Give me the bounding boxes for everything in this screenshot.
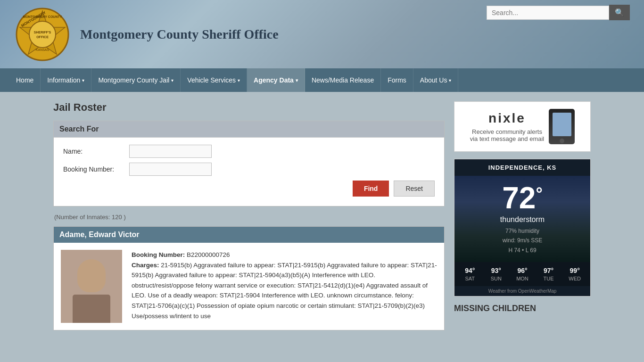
charges-line: Charges: 21-5915(b) Aggravated failure t… [132,260,437,321]
forecast-temp: 99° [561,267,588,274]
svg-text:OFFICE: OFFICE [36,35,49,39]
nav-arrow-about: ▾ [449,78,451,83]
forecast-temp: 93° [483,267,510,274]
phone-screen [553,113,571,136]
nav-arrow-vehicle: ▾ [238,78,240,83]
weather-humidity: 77% humidity [462,226,583,236]
forecast-day-sun: 93°SUN [483,267,510,281]
inmate-details: Booking Number: B22000000726 Charges: 21… [132,250,437,323]
weather-wind: wind: 9m/s SSE [462,236,583,245]
nav-arrow-information: ▾ [82,78,84,83]
charges-label: Charges: [132,262,159,269]
svg-text:KANSAS: KANSAS [36,48,50,51]
svg-text:MONTGOMERY COUNTY: MONTGOMERY COUNTY [23,15,62,18]
face-head [77,259,106,292]
name-row: Name: [63,145,435,158]
search-input[interactable] [487,6,609,20]
weather-high-low: H 74 • L 69 [462,246,583,255]
search-section-header: Search For [54,121,444,137]
header: MONTGOMERY MONTGOMERY COUNTY SHERIFF'S O… [0,0,644,68]
nixle-logo: nixle [470,111,545,126]
forecast-temp: 97° [536,267,562,274]
main-content: Jail Roster Search For Name: Booking Num… [44,92,600,340]
page-title: Jail Roster [53,101,445,114]
weather-details: 77% humidity wind: 9m/s SSE H 74 • L 69 [462,226,583,255]
nixle-content: nixle Receive community alertsvia text m… [462,109,583,144]
booking-number-line: Booking Number: B22000000726 [132,250,437,260]
svg-text:SHERIFF'S: SHERIFF'S [34,31,51,34]
nav-item-news[interactable]: News/Media Release [305,68,381,92]
nav-item-agency[interactable]: Agency Data ▾ [247,68,305,92]
nav-item-about[interactable]: About Us ▾ [413,68,459,92]
nixle-text-block: nixle Receive community alertsvia text m… [470,111,545,142]
nav-item-forms[interactable]: Forms [381,68,413,92]
missing-children-section: MISSING CHILDREN [454,304,591,313]
nav-arrow-jail: ▾ [171,78,173,83]
missing-children-title: MISSING CHILDREN [454,304,591,313]
forecast-label: WED [561,276,588,281]
booking-row: Booking Number: [63,163,435,176]
nixle-phone-image [549,109,575,144]
forecast-label: SAT [457,276,483,281]
inmates-count: (Number of Inmates: 120 ) [53,214,445,221]
forecast-temp: 94° [457,267,483,274]
weather-main: 72° thunderstorm 77% humidity wind: 9m/s… [454,176,590,262]
forecast-label: TUE [536,276,562,281]
phone-button [560,139,564,143]
search-section: Search For Name: Booking Number: Find Re… [53,121,445,206]
inmate-entry: Adame, Edward Victor Booking Number: B22… [53,226,445,330]
nixle-description: Receive community alertsvia text message… [470,128,545,142]
forecast-day-sat: 94°SAT [457,267,483,281]
nav-item-information[interactable]: Information ▾ [41,68,91,92]
forecast-label: SUN [483,276,510,281]
sheriff-logo: MONTGOMERY MONTGOMERY COUNTY SHERIFF'S O… [14,6,71,63]
search-section-body: Name: Booking Number: Find Reset [54,137,444,206]
weather-condition: thunderstorm [462,215,583,224]
booking-number-value: B22000000726 [187,251,230,258]
name-input[interactable] [129,145,212,158]
nixle-logo-text: nixle [488,111,526,126]
find-button[interactable]: Find [353,181,389,197]
weather-temperature: 72° [462,183,583,213]
name-label: Name: [63,148,129,155]
inmate-name-header: Adame, Edward Victor [54,227,444,243]
forecast-temp: 96° [509,267,536,274]
sidebar: nixle Receive community alertsvia text m… [454,101,591,330]
nixle-widget: nixle Receive community alertsvia text m… [454,101,591,152]
nav-item-vehicle[interactable]: Vehicle Services ▾ [181,68,247,92]
forecast-day-tue: 97°TUE [536,267,562,281]
content-area: Jail Roster Search For Name: Booking Num… [53,101,445,330]
forecast-label: MON [509,276,536,281]
forecast-day-mon: 96°MON [509,267,536,281]
weather-temp-symbol: ° [536,185,542,202]
charges-value: 21-5915(b) Aggravated failure to appear:… [132,262,437,320]
nav-item-home[interactable]: Home [9,68,41,92]
booking-label: Booking Number: [63,165,129,173]
weather-forecast: 94°SAT93°SUN96°MON97°TUE99°WED [454,262,590,286]
weather-widget: INDEPENDENCE, KS 72° thunderstorm 77% hu… [454,159,591,296]
booking-input[interactable] [129,163,212,176]
inmate-photo [61,250,122,323]
weather-temp-value: 72 [502,181,536,215]
weather-attribution: Weather from OpenWeatherMap [454,286,590,296]
inmate-body: Booking Number: B22000000726 Charges: 21… [54,243,444,330]
reset-button[interactable]: Reset [394,181,435,197]
weather-location: INDEPENDENCE, KS [454,159,590,176]
form-buttons: Find Reset [63,181,435,197]
booking-number-label: Booking Number: [132,251,185,258]
forecast-day-wed: 99°WED [561,267,588,281]
site-title: Montgomery County Sheriff Office [80,27,279,42]
svg-point-2 [29,21,56,48]
nav-item-jail[interactable]: Montgomery County Jail ▾ [91,68,181,92]
nav-arrow-agency: ▾ [296,78,298,83]
search-bar: 🔍 [487,5,630,20]
search-button[interactable]: 🔍 [609,5,630,20]
navigation: HomeInformation ▾Montgomery County Jail … [0,68,644,92]
face-body [73,295,110,323]
